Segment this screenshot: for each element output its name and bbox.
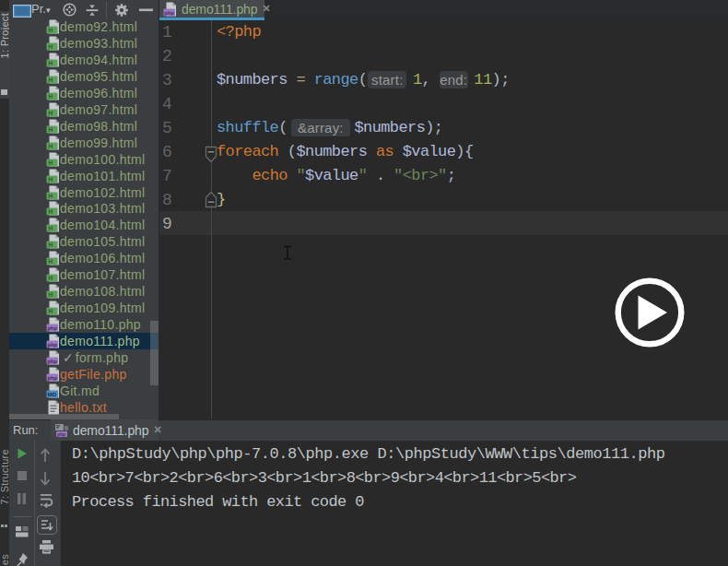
svg-text:php: php bbox=[57, 431, 65, 437]
svg-text:H: H bbox=[49, 193, 53, 199]
svg-text:H: H bbox=[49, 291, 53, 298]
svg-text:php: php bbox=[48, 325, 58, 331]
svg-text:MD: MD bbox=[48, 391, 57, 397]
svg-text:H: H bbox=[49, 77, 53, 83]
svg-text:H: H bbox=[49, 60, 53, 66]
svg-text:H: H bbox=[49, 27, 53, 33]
svg-text:H: H bbox=[49, 93, 53, 100]
svg-text:php: php bbox=[48, 342, 58, 348]
svg-text:H: H bbox=[49, 143, 53, 149]
svg-text:php: php bbox=[48, 359, 58, 364]
svg-text:H: H bbox=[49, 242, 53, 248]
svg-text:H: H bbox=[49, 176, 53, 183]
svg-text:H: H bbox=[49, 126, 53, 133]
svg-text:H: H bbox=[49, 225, 53, 231]
svg-text:H: H bbox=[49, 308, 53, 314]
svg-text:H: H bbox=[49, 110, 53, 116]
svg-text:php: php bbox=[165, 9, 175, 15]
svg-text:H: H bbox=[49, 208, 53, 215]
svg-text:H: H bbox=[49, 275, 53, 281]
svg-text:H: H bbox=[49, 159, 53, 166]
svg-text:php: php bbox=[48, 375, 58, 381]
svg-text:H: H bbox=[49, 43, 53, 50]
svg-text:H: H bbox=[49, 258, 53, 265]
